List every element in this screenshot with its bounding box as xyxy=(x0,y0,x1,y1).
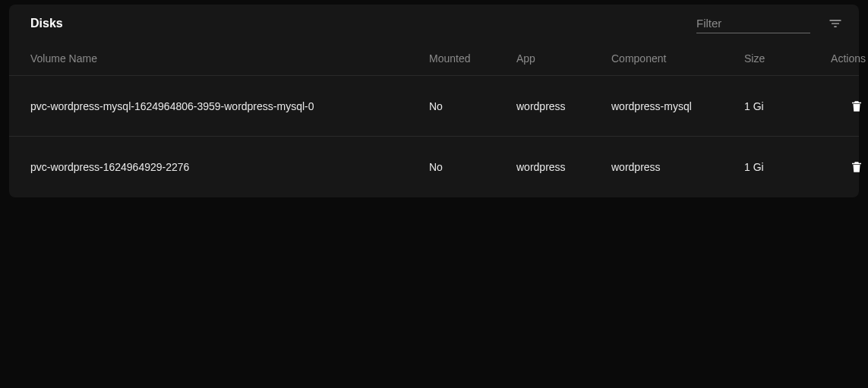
filter-input[interactable] xyxy=(696,14,810,33)
cell-size: 1 Gi xyxy=(744,100,801,112)
filter-button[interactable] xyxy=(827,15,844,32)
cell-actions xyxy=(801,97,866,115)
table-row: pvc-wordpress-mysql-1624964806-3959-word… xyxy=(9,76,859,137)
cell-volume-name: pvc-wordpress-mysql-1624964806-3959-word… xyxy=(30,100,429,112)
cell-mounted: No xyxy=(429,100,516,112)
cell-component: wordpress-mysql xyxy=(611,100,744,112)
cell-size: 1 Gi xyxy=(744,161,801,173)
col-size: Size xyxy=(744,52,801,65)
delete-button[interactable] xyxy=(847,158,866,176)
table-row: pvc-wordpress-1624964929-2276 No wordpre… xyxy=(9,137,859,197)
cell-app: wordpress xyxy=(516,161,611,173)
cell-component: wordpress xyxy=(611,161,744,173)
trash-icon xyxy=(850,99,863,113)
col-actions: Actions xyxy=(801,52,866,65)
trash-icon xyxy=(850,160,863,174)
cell-volume-name: pvc-wordpress-1624964929-2276 xyxy=(30,161,429,173)
table-header-row: Volume Name Mounted App Component Size A… xyxy=(9,41,859,76)
delete-button[interactable] xyxy=(847,97,866,115)
disks-table: Volume Name Mounted App Component Size A… xyxy=(9,41,859,197)
col-app: App xyxy=(516,52,611,65)
filter-wrap xyxy=(696,14,844,33)
cell-app: wordpress xyxy=(516,100,611,112)
disks-panel: Disks Volume Name Mounted App Component … xyxy=(9,5,859,197)
col-mounted: Mounted xyxy=(429,52,516,65)
col-volume-name: Volume Name xyxy=(30,52,429,65)
panel-header: Disks xyxy=(9,5,859,41)
cell-actions xyxy=(801,158,866,176)
cell-mounted: No xyxy=(429,161,516,173)
filter-list-icon xyxy=(828,16,843,31)
col-component: Component xyxy=(611,52,744,65)
panel-title: Disks xyxy=(30,17,63,30)
